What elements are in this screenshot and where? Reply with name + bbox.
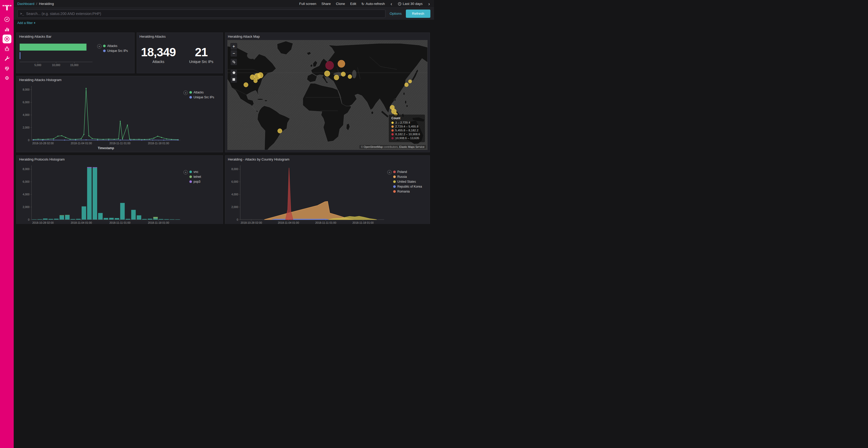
legend-toggle-icon[interactable]: » xyxy=(183,170,188,174)
legend-item[interactable]: United States xyxy=(393,180,422,183)
search-input[interactable] xyxy=(26,12,382,16)
legend-item: 10,908.6 – 13,635 xyxy=(392,137,423,140)
legend-item[interactable]: Attacks xyxy=(103,44,128,48)
openstreetmap-link[interactable]: OpenStreetMap xyxy=(364,145,383,148)
time-range-picker[interactable]: Last 30 days xyxy=(398,2,423,6)
map-polygon-tool-button[interactable] xyxy=(230,69,237,76)
attacks-bar-chart[interactable]: 5,00010,00015,000 xyxy=(19,39,96,72)
target-icon xyxy=(3,35,11,43)
sidebar-item-security[interactable] xyxy=(0,44,14,54)
legend-toggle-icon[interactable]: » xyxy=(387,170,392,174)
legend-item[interactable]: Romania xyxy=(393,190,422,193)
sidebar-item-attack-map[interactable] xyxy=(0,34,14,44)
legend-label: 3 – 2,729.4 xyxy=(395,121,410,124)
svg-text:2018-10-28 02:00: 2018-10-28 02:00 xyxy=(32,142,54,145)
sidebar-item-settings[interactable]: ⚙ xyxy=(0,73,14,83)
legend-color-dot xyxy=(393,180,396,183)
metric-value: 21 xyxy=(180,45,223,59)
chart-legend: » PolandRussiaUnited StatesRepublic of K… xyxy=(387,170,428,195)
auto-refresh-button[interactable]: ↻ Auto-refresh xyxy=(362,2,385,6)
map-zoom-out-button[interactable]: − xyxy=(230,50,237,57)
svg-text:0: 0 xyxy=(28,218,29,221)
metric-value: 18,349 xyxy=(137,45,180,59)
clock-icon xyxy=(398,2,401,6)
nav-action-edit[interactable]: Edit xyxy=(350,2,356,6)
svg-text:2018-11-11 01:00: 2018-11-11 01:00 xyxy=(315,221,336,224)
legend-item: 5,455.8 – 8,182.2 xyxy=(392,129,423,132)
svg-text:10,000: 10,000 xyxy=(52,64,60,67)
legend-color-dot xyxy=(393,175,396,178)
legend-color-dot xyxy=(189,171,192,173)
sidebar: ⚙ xyxy=(0,0,14,224)
svg-text:2018-10-28 02:00: 2018-10-28 02:00 xyxy=(32,221,54,224)
legend-item[interactable]: Unique Src IPs xyxy=(189,96,214,99)
panel-heralding-attack-map: Heralding Attack Map xyxy=(225,33,430,152)
svg-text:2,000: 2,000 xyxy=(23,126,29,129)
compass-icon xyxy=(3,15,11,24)
legend-label: Unique Src IPs xyxy=(107,49,128,53)
sidebar-item-tools[interactable] xyxy=(0,54,14,64)
svg-text:6,000: 6,000 xyxy=(23,180,29,183)
nav-actions: Full screenShareCloneEdit xyxy=(299,2,356,6)
options-link[interactable]: Options xyxy=(390,12,402,15)
nav-action-full-screen[interactable]: Full screen xyxy=(299,2,316,6)
svg-text:Timestamp: Timestamp xyxy=(98,146,114,150)
sidebar-item-health[interactable] xyxy=(0,64,14,73)
svg-text:2,000: 2,000 xyxy=(231,205,238,208)
query-bar: >_ Options Refresh xyxy=(14,8,434,20)
protocols-histogram-chart[interactable]: 02,0004,0006,0008,0002018-10-28 02:00201… xyxy=(19,163,183,224)
nav-action-clone[interactable]: Clone xyxy=(336,2,345,6)
legend-color-dot xyxy=(189,91,192,94)
legend-label: Russia xyxy=(397,175,407,179)
map-fit-bounds-button[interactable] xyxy=(230,59,237,65)
world-map[interactable]: + − xyxy=(227,40,428,150)
terminal-prompt-icon: >_ xyxy=(20,12,24,15)
legend-item[interactable]: telnet xyxy=(189,175,201,179)
svg-text:2018-11-04 01:00: 2018-11-04 01:00 xyxy=(71,221,92,224)
panel-title[interactable]: Heralding Attacks xyxy=(137,33,223,39)
svg-text:2,000: 2,000 xyxy=(23,205,29,208)
legend-item[interactable]: Poland xyxy=(393,170,422,174)
telekom-logo[interactable] xyxy=(0,0,14,14)
svg-text:8,000: 8,000 xyxy=(23,88,29,91)
legend-toggle-icon[interactable]: » xyxy=(97,44,101,48)
legend-label: 2,729.4 – 5,455.8 xyxy=(395,125,418,128)
time-forward-chevron-icon[interactable]: › xyxy=(428,1,430,6)
legend-item[interactable]: Attacks xyxy=(189,91,214,94)
legend-item[interactable]: vnc xyxy=(189,170,201,174)
map-zoom-in-button[interactable]: + xyxy=(230,43,237,50)
legend-item[interactable]: Russia xyxy=(393,175,422,179)
legend-label: Poland xyxy=(397,170,407,174)
panel-title[interactable]: Heralding - Attacks by Country Histogram xyxy=(225,156,430,162)
legend-label: United States xyxy=(397,180,416,183)
refresh-button[interactable]: Refresh xyxy=(406,9,430,18)
panel-title[interactable]: Heralding Protocols Histogram xyxy=(17,156,223,162)
elastic-maps-service-link[interactable]: Elastic Maps Service xyxy=(399,145,425,148)
sidebar-item-analytics[interactable] xyxy=(0,24,14,34)
sidebar-item-dashboard[interactable] xyxy=(0,14,14,24)
legend-item[interactable]: Unique Src IPs xyxy=(103,49,128,53)
panel-heralding-protocols-histogram: Heralding Protocols Histogram 02,0004,00… xyxy=(16,156,223,224)
chart-legend: » AttacksUnique Src IPs xyxy=(97,44,132,54)
country-histogram-chart[interactable]: 02,0004,0006,0008,0002018-10-28 02:00201… xyxy=(227,163,387,224)
legend-label: Attacks xyxy=(193,91,204,94)
legend-color-dot xyxy=(189,96,192,99)
panel-title[interactable]: Heralding Attack Map xyxy=(225,33,430,39)
legend-item[interactable]: pop3 xyxy=(189,180,201,183)
legend-color-dot xyxy=(392,137,394,139)
panel-title[interactable]: Heralding Attacks Bar xyxy=(17,33,134,39)
legend-toggle-icon[interactable]: » xyxy=(183,91,188,95)
svg-text:0: 0 xyxy=(237,218,238,221)
time-back-chevron-icon[interactable]: ‹ xyxy=(390,1,393,6)
panel-title[interactable]: Heralding Attacks Histogram xyxy=(17,76,223,83)
attacks-histogram-chart[interactable]: 02,0004,0006,0008,0002018-10-28 02:00201… xyxy=(19,84,183,151)
nav-action-share[interactable]: Share xyxy=(321,2,331,6)
sidebar-nav: ⚙ xyxy=(0,14,14,83)
breadcrumb-dashboard-link[interactable]: Dashboard xyxy=(17,2,34,6)
add-filter-link[interactable]: Add a filter + xyxy=(17,21,36,25)
legend-item[interactable]: Republic of Korea xyxy=(393,185,422,188)
legend-color-dot xyxy=(393,190,396,193)
map-rectangle-tool-button[interactable] xyxy=(230,76,237,83)
map-legend-title: Count xyxy=(392,116,423,120)
legend-color-dot xyxy=(392,129,394,132)
